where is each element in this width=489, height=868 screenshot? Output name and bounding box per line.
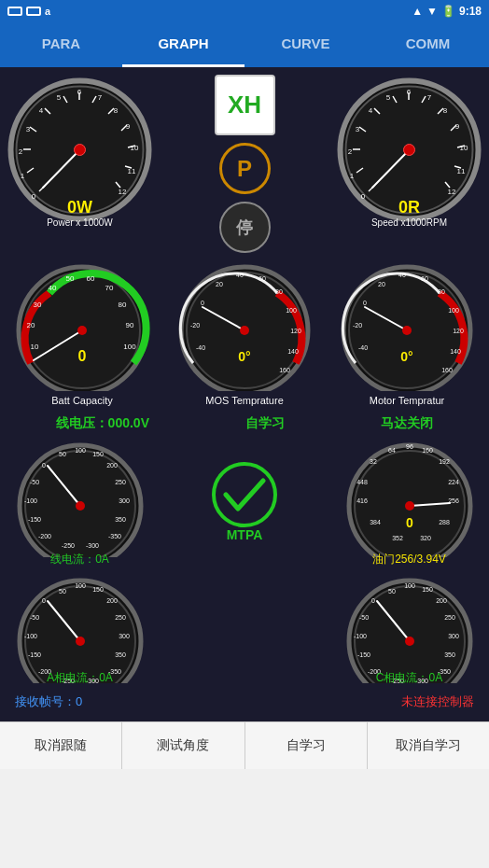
svg-point-125 [76,501,85,511]
svg-text:3: 3 [26,125,31,133]
xh-badge: XH [215,75,275,135]
svg-text:5: 5 [386,93,391,102]
tab-graph[interactable]: GRAPH [122,22,244,67]
svg-text:200: 200 [106,597,118,604]
svg-text:60: 60 [421,275,428,282]
svg-text:50: 50 [59,588,66,595]
svg-text:8: 8 [443,106,448,115]
svg-text:90: 90 [126,321,134,329]
svg-text:-50: -50 [358,614,368,621]
svg-text:50: 50 [388,588,396,595]
svg-text:20: 20 [378,281,385,287]
motor-off-status: 马达关闭 [381,415,433,432]
svg-text:2: 2 [19,147,23,156]
svg-text:0: 0 [201,300,204,306]
svg-text:4: 4 [369,106,373,115]
svg-text:150: 150 [92,451,104,457]
row4-gauges: 50 100 150 200 250 300 350 0 -50 -100 -1… [7,571,482,686]
svg-text:160: 160 [279,367,290,373]
svg-text:-250: -250 [61,542,74,549]
speed-value: 0R [337,198,482,217]
auto-learn-button[interactable]: 自学习 [245,722,368,769]
tab-curve[interactable]: CURVE [244,22,367,67]
svg-text:40: 40 [236,272,244,278]
svg-text:40: 40 [398,272,406,278]
tab-bar: PARA GRAPH CURVE COMM [0,22,489,67]
svg-text:352: 352 [392,535,403,541]
svg-text:-150: -150 [27,516,40,523]
mos-label: MOS Temprature [170,395,319,406]
svg-text:1: 1 [350,172,355,180]
main-content: 0 1 2 3 4 5 6 7 8 [0,67,489,721]
not-connected: 未连接控制器 [401,693,474,710]
power-gauge: 0 1 2 3 4 5 6 7 8 [7,77,152,250]
svg-text:100: 100 [404,582,415,589]
speed-gauge: 0 1 2 3 4 5 6 7 8 9 10 11 12 [337,77,482,250]
info-row-2: 线电压：000.0V 自学习 马达关闭 [7,412,482,436]
line-current-gauge-container: 50 100 150 200 250 300 350 0 -50 -100 -1… [7,436,152,567]
svg-text:11: 11 [128,167,136,175]
svg-text:-100: -100 [23,633,36,639]
svg-text:-20: -20 [353,322,362,329]
svg-text:0: 0 [363,300,367,306]
auto-learn-status: 自学习 [245,415,285,432]
mtpa-container: MTPA [198,436,291,567]
svg-text:64: 64 [388,447,396,454]
svg-text:20: 20 [27,321,35,329]
tab-para[interactable]: PARA [0,22,122,67]
tab-comm[interactable]: COMM [367,22,489,67]
svg-text:300: 300 [119,633,130,639]
throttle-gauge-container: 32 64 96 160 192 224 256 288 320 352 384… [337,436,482,567]
row4-spacer [198,571,291,686]
svg-text:-150: -150 [356,651,370,658]
svg-text:120: 120 [290,328,301,334]
svg-text:300: 300 [119,497,130,504]
svg-text:50: 50 [66,274,75,283]
test-angle-button[interactable]: 测试角度 [122,722,244,769]
svg-text:250: 250 [444,614,455,621]
svg-point-126 [214,464,275,525]
svg-text:-40: -40 [358,344,368,351]
svg-point-89 [240,326,249,335]
svg-point-163 [76,637,85,646]
svg-text:50: 50 [59,451,66,457]
motor-label: Motor Tempratur [332,395,482,406]
svg-text:288: 288 [439,519,450,525]
svg-text:70: 70 [105,284,114,292]
svg-text:160: 160 [441,367,453,373]
svg-text:150: 150 [92,586,104,593]
svg-text:10: 10 [131,144,139,152]
mos-gauge-svg: -40 -20 0 20 40 60 80 100 120 140 160 0° [175,260,314,391]
svg-text:0°: 0° [238,349,250,364]
svg-text:40: 40 [49,284,57,292]
center-panel: XH P 停 [215,75,275,253]
mos-gauge-container: -40 -20 0 20 40 60 80 100 120 140 160 0°… [170,260,319,406]
svg-point-59 [404,145,415,156]
cancel-follow-button[interactable]: 取消跟随 [0,722,122,769]
svg-text:8: 8 [114,106,119,115]
svg-text:224: 224 [448,479,459,485]
bottom-btn-bar: 取消跟随 测试角度 自学习 取消自学习 [0,721,489,769]
carrier-label: a [45,6,50,17]
status-bar-left: a [7,6,50,17]
line-voltage: 线电压：000.0V [56,415,149,432]
cancel-learn-button[interactable]: 取消自学习 [368,722,489,769]
svg-text:10: 10 [460,144,468,152]
mid-gauges-row: 10 20 30 40 50 60 70 80 90 100 0 Batt Ca… [7,260,482,406]
svg-text:-20: -20 [190,322,200,329]
svg-text:-350: -350 [107,533,120,539]
svg-text:0: 0 [78,348,87,364]
svg-text:80: 80 [275,288,283,295]
svg-text:60: 60 [258,275,266,282]
svg-text:192: 192 [439,458,450,465]
svg-text:0: 0 [371,597,375,604]
power-unit: Power x 1000W [7,217,152,228]
svg-text:12: 12 [119,188,127,196]
svg-text:350: 350 [444,651,455,658]
svg-text:200: 200 [106,462,118,469]
svg-text:100: 100 [75,447,86,454]
stop-badge: 停 [219,202,271,253]
svg-text:100: 100 [123,343,136,351]
svg-text:3: 3 [356,125,360,133]
svg-point-73 [77,326,87,335]
